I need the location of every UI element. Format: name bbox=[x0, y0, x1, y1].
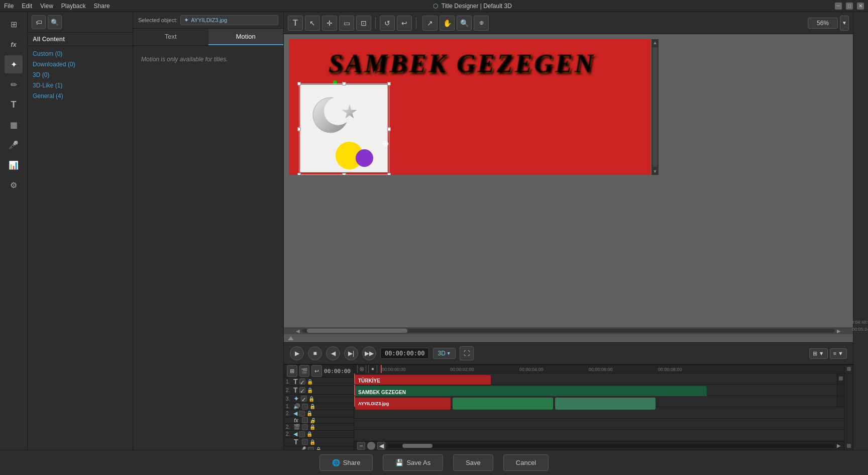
scroll-right[interactable]: ▶ bbox=[835, 328, 843, 334]
tool-rect[interactable]: ▭ bbox=[339, 16, 354, 31]
category-3d[interactable]: 3D (0) bbox=[33, 70, 128, 79]
track-icon-1[interactable]: ⊞ bbox=[287, 365, 297, 377]
handle-br[interactable] bbox=[387, 173, 391, 175]
zoom-dropdown[interactable]: ▼ bbox=[840, 16, 849, 31]
tab-motion[interactable]: Motion bbox=[208, 29, 284, 45]
clip-ayyildiz-2[interactable] bbox=[453, 398, 553, 410]
left-sidebar: ⊞ fx ✦ ✏ T ▦ 🎤 📊 ⚙ bbox=[0, 12, 28, 450]
track-checkbox-4[interactable] bbox=[302, 404, 308, 410]
category-3d-like[interactable]: 3D-Like (1) bbox=[33, 81, 128, 90]
sidebar-icon-chart[interactable]: 📊 bbox=[5, 156, 23, 174]
track-checkbox-1[interactable]: ✓ bbox=[299, 378, 305, 385]
track-lock-5[interactable]: 🔒 bbox=[306, 411, 312, 416]
tool-text[interactable]: T bbox=[288, 16, 303, 31]
sidebar-icon-apps[interactable]: ⚙ bbox=[5, 176, 23, 194]
minimize-button[interactable]: ─ bbox=[835, 3, 842, 10]
clip-ayyildiz-3[interactable] bbox=[555, 398, 656, 410]
sidebar-icon-grid[interactable]: ⊞ bbox=[5, 15, 23, 33]
track-checkbox-8[interactable] bbox=[299, 431, 305, 437]
fast-forward-button[interactable]: ▶▶ bbox=[362, 346, 376, 360]
tool-arrow[interactable]: ↖ bbox=[305, 16, 320, 31]
track-checkbox-2[interactable]: ✓ bbox=[299, 387, 305, 393]
menu-file[interactable]: File bbox=[4, 3, 14, 10]
clip-ayyildiz[interactable]: AYYILDIZ3.jpg bbox=[355, 398, 451, 410]
handle-bl[interactable] bbox=[297, 173, 301, 175]
tool-rotate[interactable]: ↺ bbox=[380, 16, 395, 31]
tool-zoom-in[interactable]: ⊕ bbox=[474, 16, 489, 31]
save-button[interactable]: Save bbox=[453, 454, 493, 471]
sidebar-icon-star[interactable]: ✦ bbox=[5, 55, 23, 73]
obj-icon: ✦ bbox=[184, 17, 189, 24]
prev-frame-button[interactable]: ◀ bbox=[326, 346, 340, 360]
track-lock-9[interactable]: 🔒 bbox=[309, 439, 315, 445]
sidebar-icon-fx[interactable]: fx bbox=[5, 35, 23, 53]
tool-crop[interactable]: ⊡ bbox=[356, 16, 371, 31]
track-checkbox-5[interactable] bbox=[299, 411, 305, 417]
menu-edit[interactable]: Edit bbox=[22, 3, 32, 10]
time-ruler: ◎ ● 00:00:00:00 00:00:02:00 00:00:04:00 … bbox=[354, 365, 844, 373]
menu-share[interactable]: Share bbox=[94, 3, 110, 10]
horizontal-scrollbar[interactable]: ◀ ▶ bbox=[284, 327, 853, 334]
step-button[interactable]: ▶| bbox=[344, 346, 358, 360]
maximize-button[interactable]: □ bbox=[846, 3, 853, 10]
zoom-value[interactable]: 56% bbox=[808, 18, 838, 29]
track-checkbox-9[interactable] bbox=[302, 439, 308, 445]
tool-cross[interactable]: ✛ bbox=[322, 16, 337, 31]
cancel-button[interactable]: Cancel bbox=[503, 454, 549, 471]
save-as-button[interactable]: 💾 Save As bbox=[383, 454, 443, 471]
tl-scroll-dot[interactable] bbox=[367, 442, 375, 450]
track-lock-7[interactable]: 🔒 bbox=[309, 424, 315, 430]
sidebar-icon-pen[interactable]: ✏ bbox=[5, 75, 23, 93]
tool-zoom-out[interactable]: 🔍 bbox=[457, 16, 472, 31]
track-checkbox-6[interactable] bbox=[302, 417, 308, 423]
tl-scroll-thumb[interactable] bbox=[402, 444, 432, 448]
category-downloaded[interactable]: Downloaded (0) bbox=[33, 60, 128, 69]
sidebar-icon-mic[interactable]: 🎤 bbox=[5, 136, 23, 154]
track-lock-3[interactable]: 🔒 bbox=[308, 396, 314, 402]
close-button[interactable]: ✕ bbox=[857, 3, 864, 10]
tab-text[interactable]: Text bbox=[133, 29, 208, 45]
tool-cursor[interactable]: ↗ bbox=[422, 16, 438, 31]
handle-tr[interactable] bbox=[387, 82, 391, 85]
category-custom[interactable]: Custom (0) bbox=[33, 49, 128, 58]
right-scroll-top[interactable] bbox=[847, 367, 851, 371]
panel-icon-search[interactable]: 🔍 bbox=[48, 15, 62, 29]
track-lock-4[interactable]: 🔒 bbox=[309, 404, 315, 409]
handle-mr[interactable] bbox=[387, 128, 391, 131]
track-lock-8[interactable]: 🔒 bbox=[306, 431, 312, 437]
fullscreen-button[interactable]: ⛶ bbox=[460, 346, 474, 360]
tool-hand[interactable]: ✋ bbox=[440, 16, 455, 31]
tl-add-btn[interactable]: ◀ bbox=[377, 442, 385, 450]
view-list-button[interactable]: ≡ ▼ bbox=[830, 348, 847, 359]
ruler-icon-2[interactable]: ● bbox=[368, 365, 377, 373]
track-icon-2[interactable]: 🎬 bbox=[299, 365, 310, 377]
category-general[interactable]: General (4) bbox=[33, 91, 128, 101]
play-button[interactable]: ▶ bbox=[290, 346, 304, 360]
view-grid-button[interactable]: ⊞ ▼ bbox=[809, 348, 828, 359]
track-checkbox-7[interactable] bbox=[302, 424, 308, 430]
3d-mode-button[interactable]: 3D ▼ bbox=[433, 348, 455, 359]
share-icon: 🌐 bbox=[332, 459, 340, 466]
menu-view[interactable]: View bbox=[40, 3, 53, 10]
tl-scroll-right[interactable]: ▶ bbox=[837, 443, 841, 448]
track-lock-6[interactable]: 🔒 bbox=[309, 418, 315, 423]
right-scroll-bottom[interactable] bbox=[847, 444, 851, 448]
scroll-left[interactable]: ◀ bbox=[294, 328, 302, 334]
track-lock-1[interactable]: 🔒 bbox=[307, 379, 313, 385]
vertical-scrollbar[interactable]: ▲ ▼ bbox=[652, 39, 659, 175]
sidebar-icon-text[interactable]: T bbox=[5, 96, 23, 114]
track-checkbox-3[interactable]: ✓ bbox=[301, 396, 307, 402]
share-button[interactable]: 🌐 Share bbox=[319, 454, 373, 471]
scroll-thumb[interactable] bbox=[307, 329, 407, 333]
panel-icon-tag[interactable]: 🏷 bbox=[32, 15, 46, 29]
stop-button[interactable]: ■ bbox=[308, 346, 322, 360]
sidebar-icon-bars[interactable]: ▦ bbox=[5, 116, 23, 134]
handle-bm[interactable] bbox=[343, 173, 346, 175]
canvas-image-box[interactable] bbox=[300, 84, 388, 172]
tl-minus-btn[interactable]: − bbox=[357, 442, 365, 450]
ruler-icon-1[interactable]: ◎ bbox=[357, 365, 366, 373]
menu-playback[interactable]: Playback bbox=[61, 3, 86, 10]
tool-undo[interactable]: ↩ bbox=[397, 16, 412, 31]
track-lock-2[interactable]: 🔒 bbox=[307, 388, 313, 393]
track-icon-3[interactable]: ↩ bbox=[311, 365, 322, 377]
